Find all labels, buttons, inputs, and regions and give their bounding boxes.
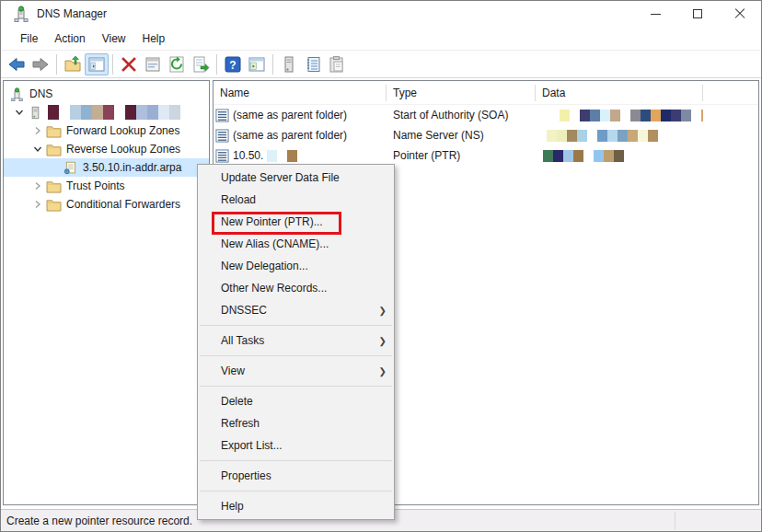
ctx-delete[interactable]: Delete [198,390,394,412]
folder-icon [46,143,62,156]
record-name: (same as parent folder) [233,129,347,142]
column-header-type[interactable]: Type [387,85,536,101]
toolbar-separator [272,54,273,75]
ctx-other-new-records[interactable]: Other New Records... [198,277,394,299]
ctx-all-tasks-label: All Tasks [221,334,264,347]
maximize-button[interactable] [676,1,719,27]
record-icon [215,129,229,143]
toolbar-separator [216,54,217,75]
folder-icon [46,179,62,193]
chevron-collapsed-icon[interactable] [29,181,46,191]
tree-label-forward-lookup-zones: Forward Lookup Zones [66,124,183,137]
forward-button[interactable] [29,53,52,75]
minimize-button[interactable] [634,1,676,27]
refresh-button[interactable] [165,53,189,75]
record-row-soa[interactable]: (same as parent folder) Start of Authori… [214,105,758,125]
show-console-tree-button[interactable] [85,53,109,75]
redacted-ns-data [547,130,658,142]
server-node-icon [28,106,43,120]
tree-node-dns-root[interactable]: DNS [4,85,209,103]
chevron-expanded-icon[interactable] [11,108,28,117]
title-bar: DNS Manager [1,1,761,27]
properties-button[interactable] [141,53,165,75]
menu-view[interactable]: View [94,29,134,48]
chevron-collapsed-icon[interactable] [29,200,46,209]
server-icon [280,55,298,74]
submenu-arrow-icon: ❯ [379,336,387,346]
menu-help[interactable]: Help [134,29,174,48]
tree-node-trust-points[interactable]: Trust Points [4,177,209,195]
event-log-button[interactable] [301,53,325,75]
help-button[interactable]: ? [221,53,245,75]
record-type: Pointer (PTR) [393,149,460,162]
folder-icon [46,198,62,212]
export-list-icon [191,55,210,74]
tree-node-conditional-forwarders[interactable]: Conditional Forwarders [4,195,209,214]
tree-node-forward-lookup-zones[interactable]: Forward Lookup Zones [4,121,209,140]
ctx-view-label: View [221,364,245,377]
record-row-ns[interactable]: (same as parent folder) Name Server (NS) [214,125,758,145]
column-header-name[interactable]: Name [214,85,387,101]
record-name: 10.50. [233,149,263,162]
dns-root-icon [9,87,25,101]
ctx-properties[interactable]: Properties [198,465,394,487]
toolbar: ? [1,51,761,78]
redacted-ptr-name [267,150,297,162]
export-list-button[interactable] [189,53,213,75]
ctx-help[interactable]: Help [198,495,394,517]
menu-file[interactable]: File [12,29,46,48]
help-icon: ? [225,56,241,73]
ctx-view[interactable]: View ❯ [198,360,394,382]
menu-bar: File Action View Help [1,27,761,51]
menu-separator [200,355,392,356]
redacted-server-name [48,105,180,120]
svg-text:?: ? [229,58,236,71]
tree-node-zone-selected[interactable]: 3.50.10.in-addr.arpa [4,158,209,177]
chevron-expanded-icon[interactable] [29,145,46,154]
delete-button[interactable] [117,53,141,75]
new-window-icon [248,55,266,74]
ctx-all-tasks[interactable]: All Tasks ❯ [198,330,394,352]
ctx-update-server-data-file[interactable]: Update Server Data File [198,167,394,189]
ctx-new-alias-cname[interactable]: New Alias (CNAME)... [198,233,394,255]
record-icon [215,109,229,122]
ctx-refresh[interactable]: Refresh [198,412,394,434]
ctx-dnssec-label: DNSSEC [221,304,267,317]
submenu-arrow-icon: ❯ [379,366,387,376]
menu-action[interactable]: Action [46,29,93,48]
minimize-icon [651,14,661,15]
back-button[interactable] [5,53,29,75]
server-status-button[interactable] [277,53,301,75]
paste-filter-button[interactable] [325,53,349,75]
ctx-new-delegation[interactable]: New Delegation... [198,255,394,277]
tree-label-conditional-forwarders: Conditional Forwarders [66,198,184,211]
tree-label-dns: DNS [29,87,56,100]
record-row-ptr[interactable]: 10.50. Pointer (PTR) [214,145,758,166]
record-icon [215,149,229,163]
notebook-icon [304,55,322,74]
delete-x-icon [121,56,137,73]
properties-window-icon [144,55,162,74]
ctx-dnssec[interactable]: DNSSEC ❯ [198,299,394,321]
clipboard-icon [328,55,346,74]
tree-node-server[interactable] [4,103,209,121]
close-button[interactable] [719,1,761,27]
column-header-data[interactable]: Data [536,85,703,101]
forward-icon [31,55,50,74]
annotation-highlight-box [212,212,341,235]
back-icon [7,55,26,74]
folder-icon [46,124,62,138]
chevron-collapsed-icon[interactable] [29,126,46,135]
ctx-reload[interactable]: Reload [198,189,394,211]
tree-node-reverse-lookup-zones[interactable]: Reverse Lookup Zones [4,140,209,158]
toolbar-separator [56,54,57,75]
tree-label-reverse-lookup-zones: Reverse Lookup Zones [66,143,184,156]
redacted-soa-data [560,110,703,121]
up-folder-icon [64,55,82,74]
new-window-button[interactable] [245,53,269,75]
ctx-export-list[interactable]: Export List... [198,434,394,457]
up-one-level-button[interactable] [61,53,85,75]
record-type: Name Server (NS) [393,129,484,142]
menu-separator [200,386,392,387]
menu-separator [200,460,392,461]
